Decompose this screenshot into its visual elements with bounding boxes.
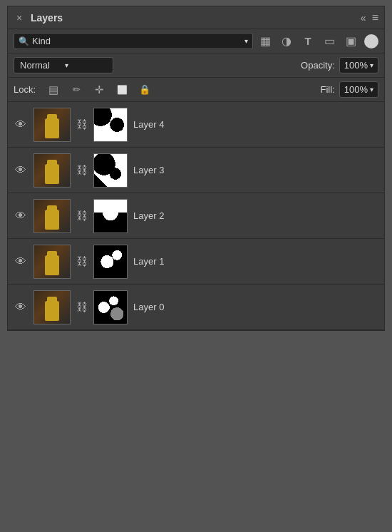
opacity-row: Opacity: 100% ▾ [119, 57, 378, 73]
lock-all-button[interactable]: 🔒 [137, 82, 153, 98]
layer-chain-icon: ⛓ [76, 210, 88, 222]
collapse-button[interactable]: « [361, 12, 366, 24]
layer-item[interactable]: 👁 ⛓ Layer 1 [8, 239, 384, 285]
layer-name: Layer 2 [133, 210, 378, 221]
fill-chevron: ▾ [370, 86, 373, 93]
layer-chain-icon: ⛓ [76, 301, 88, 314]
panel-title: Layers [31, 12, 63, 24]
filter-toggle[interactable] [364, 34, 378, 48]
layers-list: 👁 ⛓ Layer 4 👁 ⛓ Layer 3 👁 [8, 102, 384, 330]
layer-mask-thumbnail [93, 108, 128, 142]
circle-filter-icon[interactable]: ◑ [279, 34, 294, 49]
lock-pixels-button[interactable]: ▤ [46, 82, 61, 98]
search-icon: 🔍 [19, 36, 29, 46]
layer-item[interactable]: 👁 ⛓ Layer 0 [8, 285, 384, 330]
filter-row: 🔍 Kind ▾ ▦ ◑ T ▭ ▣ [8, 29, 384, 53]
layer-name: Layer 4 [133, 119, 378, 130]
fill-label: Fill: [321, 84, 335, 95]
layer-thumbnail [33, 245, 71, 279]
lock-label: Lock: [14, 84, 36, 95]
text-filter-icon[interactable]: T [300, 34, 316, 49]
layer-visibility-toggle[interactable]: 👁 [14, 255, 28, 268]
fill-value-text: 100% [344, 84, 368, 95]
blend-mode-chevron: ▾ [65, 61, 107, 69]
layer-chain-icon: ⛓ [76, 164, 88, 177]
layer-name: Layer 0 [133, 302, 378, 312]
title-bar: × Layers « ≡ [8, 6, 384, 29]
layer-visibility-toggle[interactable]: 👁 [14, 164, 28, 177]
blend-mode-select[interactable]: Normal ▾ [14, 57, 113, 73]
layer-thumbnail [33, 108, 71, 142]
lock-paint-button[interactable]: ✏ [68, 82, 84, 98]
opacity-chevron: ▾ [370, 61, 373, 69]
layer-mask-thumbnail [93, 153, 128, 188]
layer-visibility-toggle[interactable]: 👁 [14, 301, 28, 314]
layer-thumbnail [33, 153, 71, 188]
opacity-value-text: 100% [344, 60, 368, 71]
close-button[interactable]: × [14, 12, 25, 24]
layer-item[interactable]: 👁 ⛓ Layer 3 [8, 148, 384, 193]
filter-icons-group: ▦ ◑ T ▭ ▣ [257, 34, 378, 49]
layer-visibility-toggle[interactable]: 👁 [14, 118, 28, 131]
lock-row: Lock: ▤ ✏ ✛ ⬜ 🔒 Fill: 100% ▾ [8, 78, 384, 102]
layer-thumbnail [33, 290, 71, 324]
layer-mask-thumbnail [93, 199, 128, 233]
title-bar-left: × Layers [14, 12, 63, 24]
layers-panel: × Layers « ≡ 🔍 Kind ▾ ▦ ◑ T ▭ ▣ Normal ▾ [7, 6, 385, 331]
opacity-label: Opacity: [301, 60, 335, 71]
layer-name: Layer 1 [133, 256, 378, 267]
lock-move-button[interactable]: ✛ [91, 82, 107, 98]
image-filter-icon[interactable]: ▦ [257, 34, 273, 49]
smart-object-filter-icon[interactable]: ▣ [343, 34, 359, 49]
blend-mode-value: Normal [20, 60, 62, 71]
opacity-input[interactable]: 100% ▾ [339, 57, 378, 73]
layer-name: Layer 3 [133, 165, 378, 175]
layer-mask-thumbnail [93, 290, 128, 324]
fill-section: Fill: 100% ▾ [321, 81, 378, 98]
panel-menu-button[interactable]: ≡ [372, 11, 378, 24]
layer-item[interactable]: 👁 ⛓ Layer 2 [8, 193, 384, 239]
filter-dropdown-chevron: ▾ [244, 37, 248, 45]
filter-kind-label: Kind [32, 36, 242, 46]
layer-mask-thumbnail [93, 245, 128, 279]
blend-opacity-row: Normal ▾ Opacity: 100% ▾ [8, 53, 384, 78]
layer-visibility-toggle[interactable]: 👁 [14, 210, 28, 222]
layer-chain-icon: ⛓ [76, 118, 88, 131]
fill-input[interactable]: 100% ▾ [339, 81, 378, 98]
layer-chain-icon: ⛓ [76, 255, 88, 268]
lock-artboard-button[interactable]: ⬜ [114, 82, 130, 98]
kind-filter-select[interactable]: 🔍 Kind ▾ [14, 33, 253, 49]
layer-item[interactable]: 👁 ⛓ Layer 4 [8, 102, 384, 148]
shape-filter-icon[interactable]: ▭ [321, 34, 337, 49]
layer-thumbnail [33, 199, 71, 233]
